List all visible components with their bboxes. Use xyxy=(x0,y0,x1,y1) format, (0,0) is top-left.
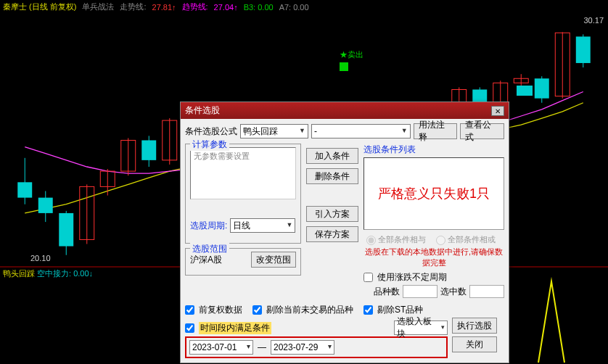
delete-condition-button[interactable]: 删除条件 xyxy=(306,168,358,184)
scope-value: 沪深A股 xyxy=(190,254,222,266)
price-low: 20.10 xyxy=(30,254,51,262)
formula-desc-select[interactable]: - xyxy=(311,124,411,138)
indicator-info: 鸭头回踩 空中接力: 0.00↓ xyxy=(3,268,93,279)
indicator-name: 鸭头回踩 xyxy=(3,269,35,278)
save-scheme-button[interactable]: 保存方案 xyxy=(306,226,358,242)
top-info-bar: 秦摩士 (日线 前复权) 单兵战法 走势线: 27.81↑ 趋势线: 27.04… xyxy=(3,1,605,12)
b3-value: B3: 0.00 xyxy=(244,3,274,12)
dialog-titlebar[interactable]: 条件选股 ✕ xyxy=(181,102,509,119)
fq-checkbox-row[interactable]: 前复权数据 xyxy=(185,304,242,316)
dialog-title: 条件选股 xyxy=(185,104,220,117)
calc-params-legend: 计算参数 xyxy=(190,138,229,151)
condition-list-label: 选股条件列表 xyxy=(363,144,504,156)
timerange-label: 时间段内满足条件 xyxy=(199,322,271,334)
strategy-label: 单兵战法 xyxy=(82,1,114,12)
formula-select[interactable]: 鸭头回踩 xyxy=(240,124,308,138)
execute-button[interactable]: 执行选股 xyxy=(452,318,497,334)
rm-notrade-checkbox-row[interactable]: 剔除当前未交易的品种 xyxy=(252,304,353,316)
price-high: 30.17 xyxy=(583,16,604,25)
date-to-input[interactable]: 2023-07-29 xyxy=(271,340,334,355)
radio-or[interactable]: 全部条件相或 xyxy=(436,234,496,245)
select-into-block[interactable]: 选股入板块 xyxy=(394,320,448,335)
view-formula-button[interactable]: 查看公式 xyxy=(460,123,504,139)
varieties-field xyxy=(403,285,437,298)
add-condition-button[interactable]: 加入条件 xyxy=(306,148,358,164)
date-from-input[interactable]: 2023-07-01 xyxy=(189,340,253,355)
nolimit-checkbox[interactable] xyxy=(363,273,373,282)
trend-value-1: 27.81↑ xyxy=(152,3,176,12)
hits-field xyxy=(469,285,504,298)
calc-params-empty: 无参数需要设置 xyxy=(190,147,296,199)
formula-label: 条件选股公式 xyxy=(185,125,237,138)
nolimit-label: 使用涨跌不定周期 xyxy=(377,271,447,284)
data-warning: 选股在下载的本地数据中进行,请确保数据完整 xyxy=(363,247,504,268)
stock-selector-dialog: 条件选股 ✕ 条件选股公式 鸭头回踩 - 用法注释 查看公式 计算参数 无参数需… xyxy=(180,102,509,363)
close-icon[interactable]: ✕ xyxy=(491,106,504,116)
radio-and[interactable]: 全部条件相与 xyxy=(366,234,426,245)
trend-label: 走势线: xyxy=(120,1,146,12)
period-select[interactable]: 日线 xyxy=(230,218,295,233)
scope-legend: 选股范围 xyxy=(190,243,229,255)
a7-value: A7: 0.00 xyxy=(279,3,309,12)
condition-listbox[interactable]: 严格意义只失败1只 xyxy=(363,157,504,230)
trend-value-2: 27.04↑ xyxy=(214,3,238,12)
rm-st-checkbox-row[interactable]: 剔除ST品种 xyxy=(363,304,423,316)
change-scope-button[interactable]: 改变范围 xyxy=(251,252,296,268)
period-label: 选股周期: xyxy=(190,220,227,232)
trend2-label: 趋势线: xyxy=(182,1,208,12)
load-scheme-button[interactable]: 引入方案 xyxy=(306,206,358,222)
timerange-checkbox[interactable] xyxy=(185,323,194,333)
varieties-label: 品种数 xyxy=(374,286,400,298)
sell-annotation: ★卖出 xyxy=(340,49,363,60)
date-separator: — xyxy=(258,342,266,352)
result-message: 严格意义只失败1只 xyxy=(378,185,490,202)
close-button[interactable]: 关闭 xyxy=(452,336,497,352)
hits-label: 选中数 xyxy=(440,286,467,298)
indicator-value: 空中接力: 0.00↓ xyxy=(37,269,93,278)
stock-name: 秦摩士 (日线 前复权) xyxy=(3,1,76,12)
usage-button[interactable]: 用法注释 xyxy=(414,123,458,139)
